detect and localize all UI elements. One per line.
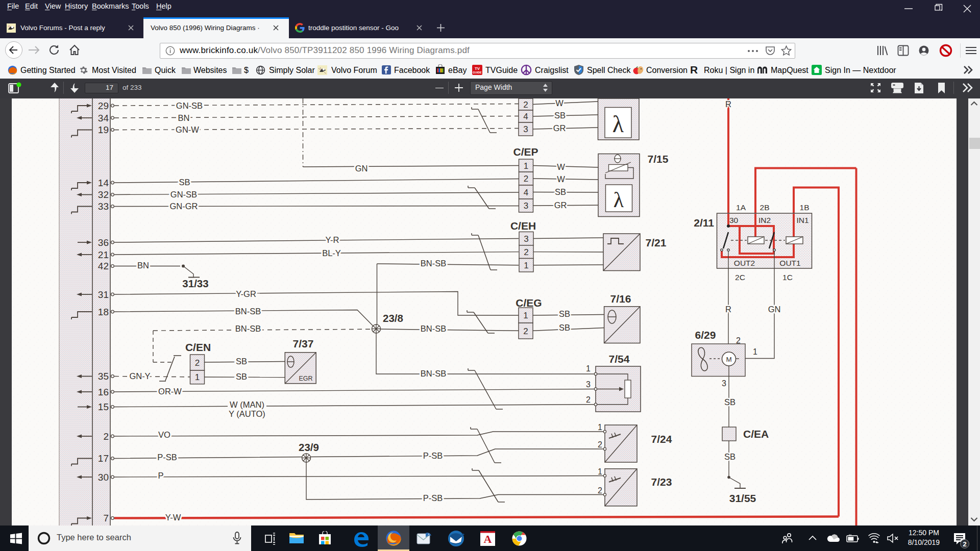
svg-text:C/EG: C/EG (516, 297, 542, 309)
svg-text:33: 33 (98, 201, 109, 212)
svg-text:14: 14 (98, 178, 109, 188)
svg-text:18: 18 (98, 307, 109, 317)
svg-text:7/15: 7/15 (648, 153, 669, 165)
svg-text:21: 21 (98, 249, 109, 260)
svg-text:3: 3 (586, 380, 591, 389)
svg-text:SB: SB (236, 357, 247, 366)
svg-text:1: 1 (598, 423, 602, 432)
svg-text:32: 32 (98, 189, 109, 200)
svg-text:GN-Y: GN-Y (129, 371, 150, 381)
svg-text:31/55: 31/55 (729, 492, 756, 504)
svg-text:TV: TV (475, 66, 480, 71)
svg-text:4: 4 (524, 188, 528, 197)
svg-text:OUT2: OUT2 (734, 259, 755, 267)
svg-text:GR: GR (554, 201, 567, 210)
svg-text:1B: 1B (800, 203, 810, 212)
svg-text:R: R (725, 305, 731, 314)
svg-text:7/21: 7/21 (646, 237, 667, 248)
svg-text:BN-SB: BN-SB (421, 259, 446, 268)
svg-text:λ: λ (614, 188, 624, 212)
svg-text:C/EN: C/EN (185, 341, 211, 353)
svg-text:GN: GN (355, 164, 368, 173)
svg-text:GN: GN (768, 305, 781, 314)
svg-text:2: 2 (598, 440, 602, 449)
svg-text:6/29: 6/29 (695, 329, 716, 341)
svg-text:1: 1 (753, 347, 757, 356)
svg-text:42: 42 (98, 261, 109, 271)
svg-text:A: A (484, 533, 492, 545)
svg-text:W: W (557, 174, 565, 184)
svg-text:34: 34 (98, 113, 109, 123)
svg-text:1: 1 (524, 161, 528, 171)
svg-text:35: 35 (98, 371, 109, 382)
svg-text:GN-SB: GN-SB (176, 101, 203, 110)
svg-text:2: 2 (963, 540, 967, 548)
svg-text:OUT1: OUT1 (779, 259, 800, 267)
svg-text:BN-SB: BN-SB (421, 369, 446, 378)
svg-text:17: 17 (98, 453, 109, 464)
svg-text:2: 2 (586, 395, 591, 404)
svg-text:BN-SB: BN-SB (235, 324, 261, 333)
svg-text:2C: 2C (735, 273, 745, 282)
svg-text:1: 1 (598, 467, 602, 476)
svg-text:3: 3 (722, 379, 726, 388)
svg-text:SB: SB (724, 397, 736, 407)
svg-text:C/EP: C/EP (513, 146, 538, 158)
svg-text:3: 3 (524, 201, 528, 211)
svg-text:Y-R: Y-R (326, 235, 339, 244)
svg-text:30: 30 (729, 216, 739, 224)
svg-text:29: 29 (98, 101, 109, 111)
svg-text:2: 2 (523, 327, 528, 336)
svg-text:SB: SB (559, 309, 570, 318)
svg-text:GR: GR (553, 123, 566, 133)
svg-text:SB: SB (236, 372, 247, 381)
svg-text:36: 36 (98, 237, 109, 248)
svg-text:7/37: 7/37 (293, 338, 314, 349)
svg-text:7/24: 7/24 (651, 433, 672, 445)
svg-text:SB: SB (554, 111, 566, 120)
svg-text:SB: SB (559, 323, 570, 332)
svg-text:30: 30 (98, 472, 109, 483)
svg-text:W (MAN): W (MAN) (230, 400, 264, 409)
svg-text:C/EH: C/EH (510, 220, 536, 232)
svg-text:SB: SB (555, 187, 566, 196)
svg-text:2: 2 (524, 174, 528, 184)
svg-text:R: R (725, 99, 731, 109)
svg-text:GUIDE: GUIDE (473, 71, 482, 74)
svg-text:BN: BN (137, 261, 149, 270)
svg-text:7/54: 7/54 (609, 353, 630, 365)
svg-text:SB: SB (724, 452, 736, 461)
svg-text:23/8: 23/8 (383, 312, 403, 324)
svg-text:23/9: 23/9 (299, 441, 319, 453)
svg-text:VO: VO (158, 430, 170, 439)
svg-text:3: 3 (523, 124, 528, 134)
svg-text:Y-GR: Y-GR (236, 289, 256, 298)
svg-text:W: W (557, 162, 565, 171)
svg-text:P: P (158, 471, 163, 480)
svg-text:4: 4 (523, 112, 528, 121)
svg-text:Y (AUTO): Y (AUTO) (229, 409, 265, 418)
svg-text:2B: 2B (760, 203, 770, 212)
svg-text:1C: 1C (782, 273, 793, 282)
svg-text:2: 2 (523, 100, 528, 110)
svg-text:7/16: 7/16 (610, 293, 631, 305)
svg-text:2: 2 (598, 486, 602, 495)
svg-text:2: 2 (524, 247, 528, 257)
svg-text:BN-SB: BN-SB (235, 307, 261, 316)
svg-text:2: 2 (736, 336, 741, 345)
svg-text:GN-W: GN-W (176, 125, 199, 134)
svg-text:IN1: IN1 (796, 216, 808, 224)
svg-text:OR-W: OR-W (158, 387, 182, 396)
svg-text:P-SB: P-SB (423, 451, 443, 460)
svg-text:BN: BN (178, 113, 190, 122)
svg-text:3: 3 (524, 234, 528, 244)
svg-text:GN-GR: GN-GR (170, 202, 198, 211)
svg-text:BN-SB: BN-SB (421, 324, 446, 333)
svg-text:W: W (555, 98, 564, 108)
svg-text:31: 31 (98, 289, 109, 300)
svg-text:C/EA: C/EA (743, 428, 769, 440)
svg-text:1: 1 (524, 261, 528, 270)
svg-text:P-SB: P-SB (157, 453, 177, 462)
svg-text:19: 19 (98, 124, 109, 135)
svg-text:31/33: 31/33 (182, 278, 208, 289)
